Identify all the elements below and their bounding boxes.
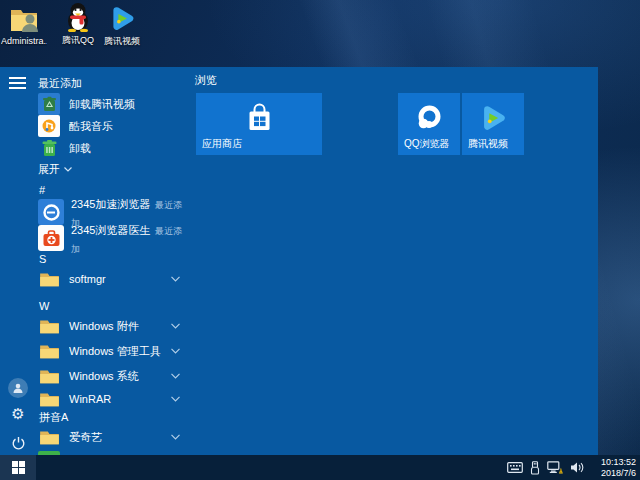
- folder-item-softmgr[interactable]: softmgr: [38, 268, 186, 290]
- clock-date: 2018/7/6: [592, 468, 636, 479]
- chevron-down-icon[interactable]: [171, 373, 180, 379]
- folder-icon: [38, 365, 60, 387]
- folder-item-iqiyi[interactable]: 爱奇艺: [38, 426, 186, 448]
- user-folder-icon: [1, 4, 47, 34]
- folder-icon: [38, 426, 60, 448]
- 2345-doctor-icon: [38, 225, 64, 251]
- gear-icon: ⚙: [11, 407, 24, 422]
- folder-item-winrar[interactable]: WinRAR: [38, 388, 186, 410]
- start-button[interactable]: [0, 455, 36, 480]
- folder-item-label: Windows 管理工具: [69, 344, 171, 359]
- usb-icon[interactable]: [530, 461, 540, 475]
- desktop-icon-tencent-video[interactable]: 腾讯视频: [99, 3, 145, 48]
- clock-time: 10:13:52: [592, 457, 636, 468]
- chevron-down-icon[interactable]: [171, 323, 180, 329]
- group-header-w[interactable]: W: [39, 300, 179, 312]
- network-warning-icon[interactable]: [547, 461, 563, 474]
- app-item-2345-doctor[interactable]: 2345浏览器医生 最近添加: [38, 225, 186, 251]
- settings-button[interactable]: ⚙: [8, 404, 28, 424]
- expand-button[interactable]: 展开: [38, 162, 72, 177]
- qq-penguin-icon: [55, 2, 101, 32]
- folder-item-label: Windows 附件: [69, 319, 171, 334]
- folder-icon: [38, 315, 60, 337]
- chevron-down-icon[interactable]: [171, 276, 180, 282]
- group-header-s[interactable]: S: [39, 253, 179, 265]
- touch-keyboard-icon[interactable]: [507, 462, 523, 473]
- kuwo-music-icon: [38, 115, 60, 137]
- desktop-icon-label: 腾讯视频: [99, 35, 145, 48]
- app-item-label: 2345加速浏览器: [71, 198, 150, 210]
- tile-tencent-video[interactable]: 腾讯视频: [462, 93, 524, 155]
- taskbar: 10:13:52 2018/7/6: [0, 455, 640, 480]
- folder-icon: [38, 268, 60, 290]
- chevron-down-icon[interactable]: [171, 396, 180, 402]
- folder-icon: [38, 340, 60, 362]
- chevron-down-icon[interactable]: [171, 434, 180, 440]
- desktop-icon-label: Administra...: [1, 36, 47, 46]
- app-item-label: 卸载腾讯视频: [69, 97, 186, 112]
- folder-item-windows-accessories[interactable]: Windows 附件: [38, 315, 186, 337]
- tencent-video-icon: [462, 93, 524, 143]
- folder-item-windows-system[interactable]: Windows 系统: [38, 365, 186, 387]
- folder-item-windows-admin-tools[interactable]: Windows 管理工具: [38, 340, 186, 362]
- hamburger-menu-icon[interactable]: [9, 77, 26, 90]
- app-item-uninstall-tencent-video[interactable]: 卸载腾讯视频: [38, 93, 186, 115]
- tile-app-store[interactable]: 应用商店: [196, 93, 322, 155]
- avatar-icon: [8, 378, 28, 398]
- tile-label: 腾讯视频: [468, 137, 508, 151]
- app-item-label: 酷我音乐: [69, 119, 186, 134]
- power-icon: [11, 436, 26, 451]
- expand-label: 展开: [38, 162, 60, 177]
- folder-item-label: 爱奇艺: [69, 430, 171, 445]
- qq-browser-icon: [398, 93, 460, 143]
- tile-label: 应用商店: [202, 137, 242, 151]
- tile-group-header[interactable]: 浏览: [195, 73, 217, 88]
- recent-added-header: 最近添加: [38, 76, 82, 91]
- desktop-icon-administrator[interactable]: Administra...: [1, 4, 47, 46]
- desktop-icon-label: 腾讯QQ: [55, 34, 101, 47]
- app-item-kuwo-music[interactable]: 酷我音乐: [38, 115, 186, 137]
- folder-icon: [38, 388, 60, 410]
- folder-item-label: Windows 系统: [69, 369, 171, 384]
- app-item-uninstall[interactable]: 卸载: [38, 137, 186, 159]
- system-tray: 10:13:52 2018/7/6: [507, 457, 640, 479]
- power-button[interactable]: [8, 433, 28, 453]
- app-item-label: 2345浏览器医生: [71, 224, 150, 236]
- volume-icon[interactable]: [570, 461, 585, 474]
- group-header-pinyin-a[interactable]: 拼音A: [39, 410, 179, 425]
- tile-qq-browser[interactable]: QQ浏览器: [398, 93, 460, 155]
- start-menu: 最近添加 卸载腾讯视频 酷我音乐: [0, 67, 598, 455]
- 2345-browser-icon: [38, 199, 64, 225]
- folder-item-label: softmgr: [69, 273, 171, 285]
- windows-logo-icon: [12, 461, 25, 474]
- folder-item-label: WinRAR: [69, 393, 171, 405]
- desktop-icon-tencent-qq[interactable]: 腾讯QQ: [55, 2, 101, 47]
- chevron-down-icon: [64, 167, 72, 172]
- tencent-video-icon: [99, 3, 145, 33]
- user-account-button[interactable]: [8, 378, 28, 398]
- store-bag-icon: [196, 93, 322, 143]
- tile-label: QQ浏览器: [404, 137, 450, 151]
- uninstall-bin-icon: [38, 137, 60, 159]
- app-item-label: 卸载: [69, 141, 186, 156]
- chevron-down-icon[interactable]: [171, 348, 180, 354]
- taskbar-clock[interactable]: 10:13:52 2018/7/6: [592, 457, 636, 479]
- uninstall-recycle-icon: [38, 93, 60, 115]
